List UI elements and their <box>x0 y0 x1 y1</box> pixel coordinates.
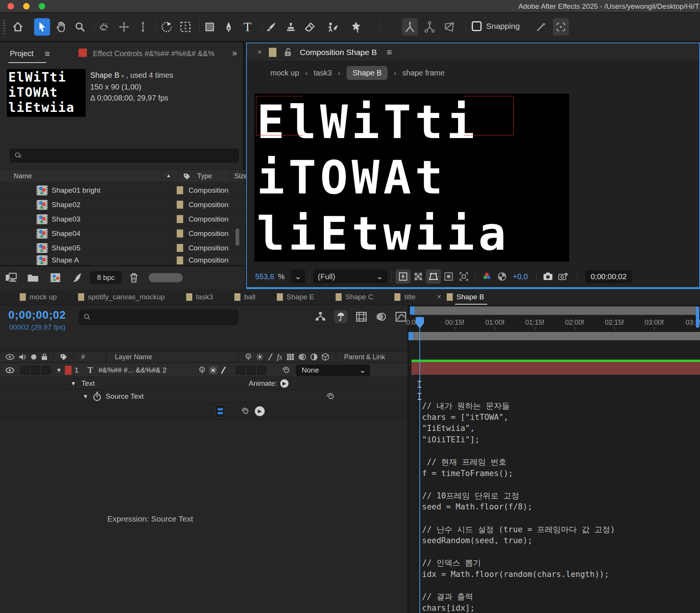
exposure-value[interactable]: +0,0 <box>513 272 527 281</box>
eraser-tool[interactable] <box>302 18 318 36</box>
sort-ascending-icon[interactable]: ▲ <box>166 173 171 178</box>
layer-row-1[interactable]: ▼ 1 T #&%## #... &&%#& 2 None ⌄ <box>0 363 408 377</box>
project-scrollbar[interactable] <box>235 228 239 246</box>
new-folder-icon[interactable] <box>27 273 39 282</box>
close-icon[interactable]: × <box>437 292 441 301</box>
pickwhip-icon[interactable] <box>326 392 335 401</box>
camera-roi-tool[interactable] <box>177 18 193 36</box>
timeline-h-scrollbar[interactable] <box>410 306 698 315</box>
parent-link-dropdown[interactable]: None ⌄ <box>296 365 370 376</box>
project-search-input[interactable] <box>10 149 239 162</box>
footage-name[interactable]: Shape B <box>90 71 119 79</box>
animate-button[interactable]: Animate: ▶ <box>249 379 289 388</box>
stopwatch-icon[interactable] <box>93 391 101 401</box>
timeline-tab[interactable]: title <box>394 293 416 301</box>
time-ruler[interactable]: 0:00f 00:15f 01:00f 01:15f 02:00f 02:15f… <box>408 316 700 332</box>
quality-toggle[interactable] <box>220 366 227 374</box>
timeline-tab[interactable]: mock up <box>20 293 57 301</box>
puppet-pin-tool[interactable] <box>348 18 364 36</box>
current-timecode[interactable]: 0;00;00;02 <box>8 309 66 321</box>
source-text-row[interactable]: ▼ Source Text <box>0 390 408 403</box>
audio-toggle[interactable] <box>20 366 30 375</box>
orbit-camera-tool[interactable] <box>97 18 113 36</box>
work-area-bar[interactable] <box>408 332 700 340</box>
tab-project[interactable]: Project <box>10 49 33 58</box>
expression-enabled-toggle[interactable] <box>215 405 225 418</box>
timeline-tab[interactable]: ball <box>234 293 256 301</box>
timeline-v-scrollbar[interactable] <box>696 306 699 328</box>
hand-tool[interactable] <box>53 18 69 36</box>
local-axis-mode-button[interactable] <box>402 18 418 36</box>
close-window-button[interactable] <box>8 3 14 9</box>
label-color-swatch[interactable] <box>177 215 183 223</box>
column-parent-link[interactable]: Parent & Link <box>344 353 385 361</box>
panel-menu-icon[interactable]: ≡ <box>45 49 50 59</box>
column-name[interactable]: Name <box>14 172 32 180</box>
solo-column-icon[interactable] <box>31 354 36 360</box>
scrollbar-left-cap[interactable] <box>410 306 414 315</box>
column-type[interactable]: Type <box>197 172 212 180</box>
channel-rgb-icon[interactable] <box>479 269 494 284</box>
frame-blending-icon[interactable] <box>356 311 367 322</box>
snapshot-icon[interactable] <box>540 269 556 284</box>
expression-row[interactable]: ▶ <box>0 403 408 420</box>
parent-pickwhip-icon[interactable] <box>281 366 290 375</box>
breadcrumb-task3[interactable]: task3 <box>314 69 332 77</box>
layer-duration-bar[interactable] <box>411 362 700 375</box>
breadcrumb-shape-frame[interactable]: shape frame <box>402 69 444 77</box>
expression-editor[interactable]: // 내가 원하는 문자들 chars = ["itTOWA", "IiEtwi… <box>422 401 615 613</box>
quality-column-icon[interactable] <box>267 353 274 361</box>
timeline-tab[interactable]: Shape C <box>336 293 374 301</box>
render-engine-icon[interactable] <box>72 272 83 283</box>
unlock-icon[interactable] <box>284 48 292 57</box>
column-size[interactable]: Size <box>234 172 248 180</box>
frame-blend-column-icon[interactable] <box>286 353 295 361</box>
footage-preview-thumbnail[interactable]: ElWiTti iTOWAt liEtwiia <box>7 69 86 117</box>
work-area-start-handle[interactable] <box>408 332 413 340</box>
guides-icon[interactable] <box>441 269 456 284</box>
solo-toggle[interactable] <box>31 366 40 375</box>
label-color-swatch[interactable] <box>177 244 183 252</box>
lock-column-icon[interactable] <box>41 353 48 361</box>
3d-toggle[interactable] <box>257 366 266 375</box>
eye-column-icon[interactable] <box>5 354 14 360</box>
fast-preview-icon[interactable] <box>396 269 411 284</box>
view-axis-mode-button[interactable] <box>441 18 457 36</box>
draft-3d-icon[interactable] <box>334 310 347 323</box>
expand-sourcetext-chevron[interactable]: ▼ <box>83 393 88 399</box>
zoom-value[interactable]: 553,6 <box>255 272 274 281</box>
column-number[interactable]: # <box>81 353 85 361</box>
brush-tool[interactable] <box>263 18 279 36</box>
panel-menu-icon[interactable]: ≡ <box>387 47 392 58</box>
snapping-control[interactable]: Snapping <box>472 21 520 31</box>
bit-depth-button[interactable]: 8 bpc <box>89 271 122 284</box>
project-item-row[interactable]: Shape04 Composition <box>0 226 245 241</box>
home-button[interactable] <box>10 18 26 36</box>
timeline-tab[interactable]: Shape E <box>277 293 314 301</box>
minimize-window-button[interactable] <box>23 3 30 9</box>
selection-tool[interactable] <box>34 18 50 36</box>
toolbar-grip[interactable] <box>3 20 5 35</box>
fx-column-icon[interactable]: fx <box>277 353 282 362</box>
type-tool[interactable]: T <box>240 18 256 36</box>
pan-camera-tool[interactable] <box>116 18 132 36</box>
expand-layer-chevron[interactable]: ▼ <box>56 367 62 373</box>
project-item-row[interactable]: Shape05 Composition <box>0 241 245 255</box>
exposure-icon[interactable] <box>494 269 510 284</box>
snap-cursor-icon[interactable] <box>533 18 549 36</box>
label-column-icon[interactable] <box>60 353 68 361</box>
rotate-tool[interactable] <box>159 18 174 36</box>
motion-blur-toggle[interactable] <box>246 366 256 375</box>
world-axis-mode-button[interactable] <box>422 18 438 36</box>
viewer-tab-title[interactable]: Composition Shape B <box>300 48 377 57</box>
stamp-tool[interactable] <box>283 18 299 36</box>
expression-language-menu-icon[interactable]: ▶ <box>255 406 265 416</box>
expand-text-chevron[interactable]: ▼ <box>71 380 76 387</box>
region-of-interest-icon[interactable] <box>456 269 471 284</box>
graph-editor-icon[interactable] <box>395 311 407 322</box>
rectangle-tool[interactable] <box>202 18 218 36</box>
audio-column-icon[interactable] <box>18 353 27 361</box>
viewer-timecode[interactable]: 0;00;00;02 <box>585 270 632 283</box>
breadcrumb-mock-up[interactable]: mock up <box>270 69 299 77</box>
project-item-row[interactable]: Shape02 Composition <box>0 198 245 212</box>
